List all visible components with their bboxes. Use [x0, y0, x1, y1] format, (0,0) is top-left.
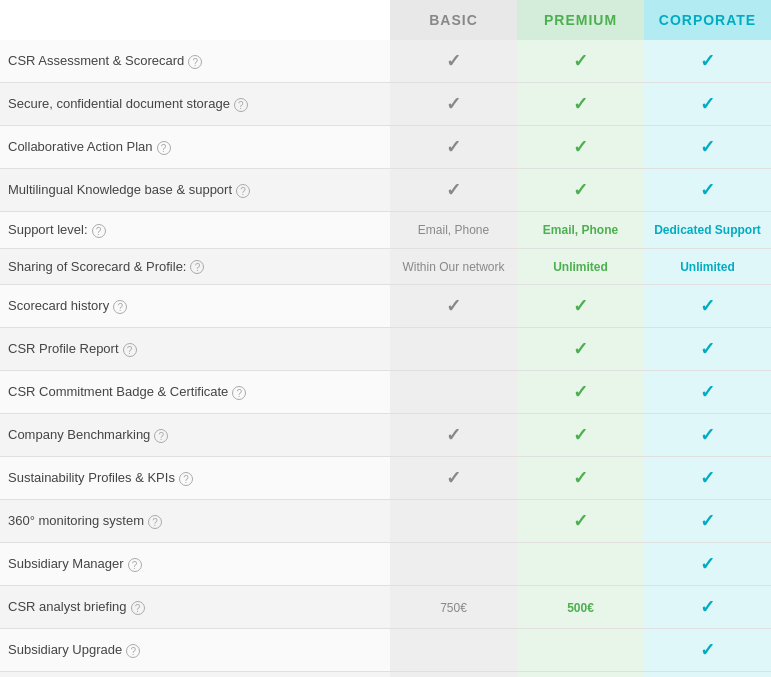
basic-cell [390, 328, 517, 371]
corporate-cell: ✓ [644, 672, 771, 677]
table-row: 360° monitoring system?✓✓ [0, 500, 771, 543]
cell-value: Email, Phone [418, 223, 489, 237]
corporate-cell: ✓ [644, 285, 771, 328]
help-icon[interactable]: ? [123, 343, 137, 357]
help-icon[interactable]: ? [179, 472, 193, 486]
cell-value: Email, Phone [543, 223, 618, 237]
help-icon[interactable]: ? [234, 98, 248, 112]
corporate-cell: ✓ [644, 586, 771, 629]
feature-label: CSR analyst briefing [8, 599, 127, 614]
premium-cell: ✓ [517, 40, 644, 83]
check-mark: ✓ [573, 296, 588, 316]
check-mark: ✓ [700, 94, 715, 114]
header-premium: PREMIUM [517, 0, 644, 40]
help-icon[interactable]: ? [92, 224, 106, 238]
check-mark: ✓ [700, 51, 715, 71]
premium-cell [517, 672, 644, 677]
premium-cell: ✓ [517, 285, 644, 328]
feature-cell: CSR Commitment Badge & Certificate? [0, 371, 390, 414]
corporate-cell: ✓ [644, 500, 771, 543]
feature-label: Sustainability Profiles & KPIs [8, 470, 175, 485]
check-mark: ✓ [573, 425, 588, 445]
feature-label: Secure, confidential document storage [8, 96, 230, 111]
basic-cell: ✓ [390, 169, 517, 212]
corporate-cell: ✓ [644, 371, 771, 414]
corporate-cell: ✓ [644, 83, 771, 126]
premium-cell: ✓ [517, 126, 644, 169]
check-mark: ✓ [573, 339, 588, 359]
check-mark: ✓ [446, 425, 461, 445]
feature-label: Subsidiary Manager [8, 556, 124, 571]
header-feature [0, 0, 390, 40]
premium-cell: ✓ [517, 500, 644, 543]
feature-label: 360° monitoring system [8, 513, 144, 528]
help-icon[interactable]: ? [157, 141, 171, 155]
basic-cell: ✓ [390, 126, 517, 169]
feature-cell: Subsidiary Manager? [0, 543, 390, 586]
check-mark: ✓ [446, 296, 461, 316]
check-mark: ✓ [700, 511, 715, 531]
basic-cell [390, 629, 517, 672]
table-row: Scorecard history?✓✓✓ [0, 285, 771, 328]
check-mark: ✓ [573, 511, 588, 531]
check-mark: ✓ [700, 180, 715, 200]
premium-cell: ✓ [517, 83, 644, 126]
feature-cell: CSR Profile Report? [0, 328, 390, 371]
help-icon[interactable]: ? [190, 260, 204, 274]
table-row: CSR Assessment & Scorecard?✓✓✓ [0, 40, 771, 83]
premium-cell: ✓ [517, 457, 644, 500]
help-icon[interactable]: ? [232, 386, 246, 400]
table-row: CSR analyst briefing?750€500€✓ [0, 586, 771, 629]
pricing-table: BASIC PREMIUM CORPORATE CSR Assessment &… [0, 0, 771, 677]
feature-cell: Secure, confidential document storage? [0, 83, 390, 126]
feature-cell: Support level:? [0, 212, 390, 249]
premium-cell: ✓ [517, 371, 644, 414]
check-mark: ✓ [700, 137, 715, 157]
help-icon[interactable]: ? [148, 515, 162, 529]
help-icon[interactable]: ? [236, 184, 250, 198]
corporate-cell: ✓ [644, 457, 771, 500]
help-icon[interactable]: ? [154, 429, 168, 443]
check-mark: ✓ [573, 137, 588, 157]
check-mark: ✓ [700, 425, 715, 445]
help-icon[interactable]: ? [128, 558, 142, 572]
cell-value: Unlimited [680, 260, 735, 274]
basic-cell: ✓ [390, 457, 517, 500]
cell-value: Unlimited [553, 260, 608, 274]
check-mark: ✓ [700, 554, 715, 574]
feature-cell: 360° monitoring system? [0, 500, 390, 543]
basic-cell: ✓ [390, 83, 517, 126]
feature-label: Subsidiary Upgrade [8, 642, 122, 657]
help-icon[interactable]: ? [126, 644, 140, 658]
corporate-cell: ✓ [644, 414, 771, 457]
feature-label: CSR Assessment & Scorecard [8, 53, 184, 68]
check-mark: ✓ [700, 597, 715, 617]
check-mark: ✓ [446, 51, 461, 71]
feature-label: Sharing of Scorecard & Profile: [8, 259, 186, 274]
corporate-cell: ✓ [644, 629, 771, 672]
help-icon[interactable]: ? [188, 55, 202, 69]
premium-cell: ✓ [517, 169, 644, 212]
feature-label: CSR Commitment Badge & Certificate [8, 384, 228, 399]
check-mark: ✓ [700, 468, 715, 488]
table-row: Group payment option?✓ [0, 672, 771, 677]
feature-label: Support level: [8, 222, 88, 237]
basic-cell: 750€ [390, 586, 517, 629]
basic-cell [390, 371, 517, 414]
corporate-cell: Unlimited [644, 248, 771, 285]
table-row: CSR Commitment Badge & Certificate?✓✓ [0, 371, 771, 414]
feature-cell: CSR analyst briefing? [0, 586, 390, 629]
help-icon[interactable]: ? [113, 300, 127, 314]
premium-cell: ✓ [517, 328, 644, 371]
check-mark: ✓ [446, 137, 461, 157]
check-mark: ✓ [446, 180, 461, 200]
basic-cell [390, 500, 517, 543]
premium-cell: Unlimited [517, 248, 644, 285]
help-icon[interactable]: ? [131, 601, 145, 615]
check-mark: ✓ [573, 94, 588, 114]
table-row: Company Benchmarking?✓✓✓ [0, 414, 771, 457]
table-row: CSR Profile Report?✓✓ [0, 328, 771, 371]
check-mark: ✓ [446, 94, 461, 114]
cell-value: 500€ [567, 601, 594, 615]
basic-cell: Within Our network [390, 248, 517, 285]
